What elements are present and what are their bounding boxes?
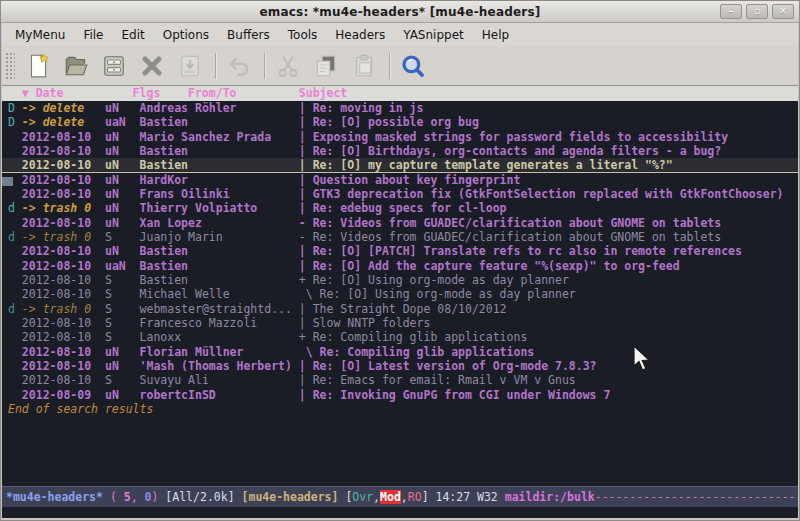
subject-cell: | Re: Emacs for email: Rmail v VM v Gnus: [299, 373, 576, 387]
window-buttons: –▫✕: [720, 4, 794, 19]
flags-cell: uN: [105, 201, 140, 215]
message-row[interactable]: d -> trash 0 S webmaster@straightd... | …: [8, 302, 798, 316]
flags-cell: uN: [105, 388, 140, 402]
message-row[interactable]: 2012-08-10 uN Florian Müllner \ Re: Comp…: [8, 345, 798, 359]
message-row[interactable]: D -> delete uN Andreas Röhler | Re: movi…: [8, 101, 798, 115]
menu-item-tools[interactable]: Tools: [279, 25, 327, 45]
message-row[interactable]: 2012-08-10 S Suvayu Ali | Re: Emacs for …: [8, 373, 798, 387]
close-button[interactable]: ✕: [772, 4, 794, 19]
message-row[interactable]: 2012-08-10 uN Bastien | Re: [O] my captu…: [2, 158, 798, 172]
mark-indicator: [8, 244, 22, 258]
from-cell: Bastien: [140, 273, 299, 287]
mark-indicator: [8, 373, 22, 387]
mark-indicator: D: [8, 101, 22, 115]
minimize-button[interactable]: –: [720, 4, 742, 19]
mark-indicator: [8, 130, 22, 144]
from-cell: Juanjo Marin: [140, 230, 299, 244]
toolbar-separator: [389, 53, 390, 79]
toolbar-grip-handle[interactable]: [5, 52, 15, 80]
message-row[interactable]: 2012-08-10 S Michael Welle \ Re: [O] Usi…: [8, 287, 798, 301]
from-cell: Thierry Volpiatto: [140, 201, 299, 215]
subject-cell: | Re: [O] Add the capture feature "%(sex…: [299, 259, 680, 273]
subject-cell: | Re: [O] possible org bug: [299, 115, 479, 129]
from-cell: Suvayu Ali: [140, 373, 299, 387]
save-button[interactable]: [99, 51, 129, 81]
subject-cell: | Re: Invoking GnuPG from CGI under Wind…: [299, 388, 611, 402]
subject-cell: | Slow NNTP folders: [299, 316, 431, 330]
subject-cell: - Re: Videos from GUADEC/clarification a…: [299, 230, 721, 244]
mark-indicator: [8, 316, 22, 330]
subject-cell: \ Re: [O] Using org-mode as day planner: [299, 287, 576, 301]
flags-cell: uN: [105, 173, 140, 187]
message-row[interactable]: 2012-08-09 uN robertcInSD | Re: Invoking…: [8, 388, 798, 402]
mark-indicator: [8, 359, 22, 373]
mark-indicator: [8, 345, 22, 359]
from-cell: Bastien: [140, 144, 299, 158]
save-icon: [101, 53, 127, 79]
mark-target: -> trash 0: [22, 230, 105, 244]
modeline-segment-pink: (: [110, 490, 124, 504]
message-row[interactable]: 2012-08-10 uN 'Mash (Thomas Herbert) | R…: [8, 359, 798, 373]
menu-item-yasnippet[interactable]: YASnippet: [394, 25, 473, 45]
toolbar-separator: [215, 53, 216, 79]
date-cell: 2012-08-10: [22, 359, 105, 373]
date-cell: 2012-08-10: [22, 216, 105, 230]
date-cell: 2012-08-10: [22, 373, 105, 387]
mark-target: -> delete: [22, 115, 105, 129]
subject-cell: \ Re: Compiling glib applications: [299, 345, 534, 359]
from-cell: Frans Oilinki: [140, 187, 299, 201]
message-row[interactable]: 2012-08-10 uN Bastien | Re: [O] Birthday…: [8, 144, 798, 158]
open-folder-icon: [63, 53, 89, 79]
point-cursor: [2, 177, 13, 186]
delete-button[interactable]: [137, 51, 167, 81]
flags-cell: uN: [105, 144, 140, 158]
message-row[interactable]: 2012-08-10 uN Mario Sanchez Prada | Expo…: [8, 130, 798, 144]
modeline-segment-mod: Mod: [380, 490, 401, 504]
open-folder-button[interactable]: [61, 51, 91, 81]
message-row[interactable]: 2012-08-10 S Lanoxx + Re: Compiling glib…: [8, 330, 798, 344]
message-row[interactable]: 2012-08-10 uN Frans Oilinki | GTK3 depre…: [8, 187, 798, 201]
menu-item-file[interactable]: File: [74, 25, 112, 45]
menu-item-edit[interactable]: Edit: [113, 25, 154, 45]
message-row[interactable]: 2012-08-10 uN Bastien | Re: [O] [PATCH] …: [8, 244, 798, 258]
new-file-button[interactable]: [23, 51, 53, 81]
message-row[interactable]: D -> delete uaN Bastien | Re: [O] possib…: [8, 115, 798, 129]
flags-cell: uaN: [105, 259, 140, 273]
flags-cell: uN: [105, 158, 140, 172]
menu-item-headers[interactable]: Headers: [326, 25, 394, 45]
modeline-segment-dashes: ------------------------------: [595, 490, 798, 504]
message-row[interactable]: 2012-08-10 S Bastien + Re: [O] Using org…: [8, 273, 798, 287]
maximize-button[interactable]: ▫: [746, 4, 768, 19]
date-cell: 2012-08-10: [22, 287, 105, 301]
mark-indicator: [8, 259, 22, 273]
menu-item-mymenu[interactable]: MyMenu: [6, 25, 74, 45]
modeline-segment-plain: [103, 490, 110, 504]
message-row[interactable]: 2012-08-10 uN HardKor | Question about k…: [8, 173, 798, 187]
flags-cell: uN: [105, 244, 140, 258]
end-of-search-results: End of search results: [8, 402, 798, 416]
modeline-segment-plain: 14:27 W32: [435, 490, 504, 504]
paste-icon: [351, 53, 377, 79]
message-row[interactable]: 2012-08-10 S Francesco Mazzoli | Slow NN…: [8, 316, 798, 330]
subject-cell: | Question about key fingerprint: [299, 173, 521, 187]
message-row[interactable]: 2012-08-10 uN Xan Lopez - Re: Videos fro…: [8, 216, 798, 230]
menu-item-options[interactable]: Options: [154, 25, 218, 45]
subject-cell: | Re: [O] Latest version of Org-mode 7.8…: [299, 359, 597, 373]
flags-cell: S: [105, 302, 140, 316]
date-cell: 2012-08-10: [22, 330, 105, 344]
emacs-window: emacs: *mu4e-headers* [mu4e-headers] –▫✕…: [0, 0, 800, 521]
date-cell: 2012-08-10: [22, 144, 105, 158]
menu-item-buffers[interactable]: Buffers: [218, 25, 279, 45]
from-cell: Andreas Röhler: [140, 101, 299, 115]
message-row[interactable]: 2012-08-10 uaN Bastien | Re: [O] Add the…: [8, 259, 798, 273]
message-row[interactable]: d -> trash 0 S Juanjo Marin - Re: Videos…: [8, 230, 798, 244]
subject-cell: | Re: [O] Birthdays, org-contacts and ag…: [299, 144, 721, 158]
menu-item-help[interactable]: Help: [473, 25, 518, 45]
modeline-segment-plain: [All/2.0k]: [165, 490, 234, 504]
message-row[interactable]: d -> trash 0 uN Thierry Volpiatto | Re: …: [8, 201, 798, 215]
modeline-segment-plain: ,: [401, 490, 408, 504]
date-cell: 2012-08-10: [22, 244, 105, 258]
date-cell: 2012-08-10: [22, 273, 105, 287]
date-cell: 2012-08-10: [22, 130, 105, 144]
search-button[interactable]: [398, 51, 428, 81]
